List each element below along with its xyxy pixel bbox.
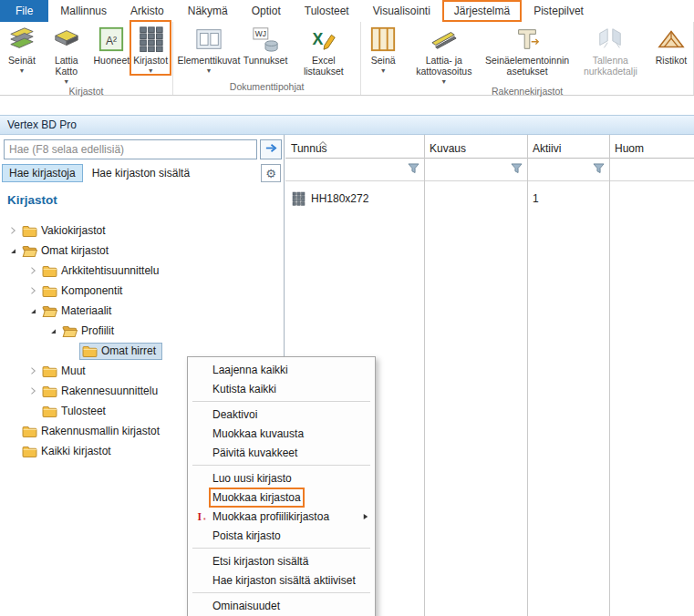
chevron-right-icon[interactable]	[26, 285, 40, 296]
rooms-icon: A²	[97, 25, 126, 54]
kirjastot-button[interactable]: Kirjastot▼	[131, 22, 170, 74]
huoneet-button[interactable]: A²Huoneet	[92, 22, 132, 67]
trusses-icon	[657, 25, 686, 54]
menu-item-luo-uusi-kirjasto[interactable]: Luo uusi kirjasto	[188, 468, 375, 488]
dropdown-arrow-icon: ▼	[19, 67, 26, 74]
folder-closed-icon	[42, 385, 57, 398]
walls-icon	[7, 25, 36, 54]
menu-item-poista-kirjasto[interactable]: Poista kirjasto	[188, 526, 375, 545]
elementtikuvat-button[interactable]: Elementtikuvat▼	[176, 22, 242, 74]
tree-item-arkkitehtisuunnittelu[interactable]: Arkkitehtisuunnittelu	[0, 261, 283, 281]
seinät-button[interactable]: Seinät▼	[3, 22, 41, 74]
dropdown-arrow-icon: ▼	[205, 67, 212, 74]
filter-cell-aktiivi[interactable]	[527, 159, 609, 180]
tab-hae-kirjastoja[interactable]: Hae kirjastoja	[2, 164, 83, 182]
column-header-kuvaus[interactable]: Kuvaus	[424, 135, 527, 158]
menu-item-hae-kirjaston-sisältä-aktiiviset[interactable]: Hae kirjaston sisältä aktiiviset	[188, 570, 375, 590]
lattia-ja-kattovasoitus-button[interactable]: Lattia- ja kattovasoitus▼	[402, 22, 485, 85]
menu-item-muokkaa-kuvausta[interactable]: Muokkaa kuvausta	[188, 424, 375, 443]
floor-ceiling-icon	[52, 25, 81, 54]
column-header-tunnus[interactable]: Tunnus	[285, 135, 424, 158]
search-input[interactable]	[4, 139, 257, 159]
tab-mallinnus[interactable]: Mallinnus	[48, 0, 119, 22]
labels-icon: WJ	[251, 25, 280, 54]
menu-item-deaktivoi[interactable]: Deaktivoi	[188, 405, 375, 424]
menu-item-muokkaa-kirjastoa[interactable]: Muokkaa kirjastoa	[188, 488, 375, 507]
menu-item-etsi-kirjaston-sisältä[interactable]: Etsi kirjaston sisältä	[188, 551, 375, 570]
filter-cell-huom[interactable]	[609, 159, 694, 180]
tab-järjestelmä[interactable]: Järjestelmä	[442, 0, 522, 22]
tree-item-profiilit[interactable]: Profiilit	[0, 321, 283, 341]
tab-hae-kirjaston-sisältä[interactable]: Hae kirjaston sisältä	[85, 164, 197, 182]
chevron-right-icon[interactable]	[26, 365, 40, 376]
tree-item-omat-kirjastot[interactable]: Omat kirjastot	[0, 241, 283, 261]
search-go-button[interactable]	[260, 139, 282, 159]
seinä-button[interactable]: Seinä▼	[364, 22, 402, 74]
menu-item-päivitä-kuvakkeet[interactable]: Päivitä kuvakkeet	[188, 443, 375, 462]
tab-pistepilvet[interactable]: Pistepilvet	[522, 0, 596, 22]
folder-open-icon	[22, 244, 37, 258]
seinäelementoinnin-asetukset-button[interactable]: Seinäelementoinnin asetukset	[485, 22, 568, 77]
filter-icon[interactable]	[408, 161, 420, 178]
folder-closed-icon	[42, 264, 57, 278]
tab-optiot[interactable]: Optiot	[240, 0, 293, 22]
tab-arkisto[interactable]: Arkisto	[119, 0, 176, 22]
svg-text:*: *	[203, 517, 206, 523]
ribbon-group-label-dokumenttipohjat: Dokumenttipohjat	[176, 80, 357, 95]
svg-text:I: I	[197, 511, 202, 523]
library-tab-list: Hae kirjastojaHae kirjaston sisältä	[2, 164, 197, 182]
panel-settings-icon	[513, 25, 542, 54]
folder-closed-icon	[42, 364, 57, 378]
column-divider	[424, 135, 425, 616]
tree-heading: Kirjastot	[7, 193, 57, 207]
menu-separator	[192, 548, 370, 549]
column-divider	[527, 135, 528, 616]
panel-title: Vertex BD Pro	[7, 118, 77, 131]
menu-item-laajenna-kaikki[interactable]: Laajenna kaikki	[188, 360, 375, 379]
column-header-aktiivi[interactable]: Aktiivi	[527, 135, 609, 158]
svg-text:X: X	[312, 30, 323, 48]
floor-joists-icon	[430, 25, 459, 54]
tab-näkymä[interactable]: Näkymä	[176, 0, 240, 22]
ristikot-button[interactable]: Ristikot	[652, 22, 690, 67]
dropdown-arrow-icon: ▼	[148, 67, 154, 74]
ribbon-group-label-rakennekirjastot: Rakennekirjastot	[364, 85, 690, 99]
tree-item-komponentit[interactable]: Komponentit	[0, 281, 283, 301]
libraries-icon	[136, 25, 165, 54]
column-header-huom[interactable]: Huom	[609, 135, 694, 158]
chevron-right-icon[interactable]	[5, 225, 20, 236]
panel-title-bar[interactable]: Vertex BD Pro	[0, 115, 694, 135]
tree-item-vakiokirjastot[interactable]: Vakiokirjastot	[0, 221, 283, 241]
tab-file[interactable]: File	[0, 0, 48, 22]
chevron-right-icon[interactable]	[26, 265, 40, 276]
chevron-down-icon[interactable]	[46, 325, 60, 336]
chevron-down-icon[interactable]	[5, 245, 20, 256]
chevron-right-icon[interactable]	[26, 385, 40, 396]
chevron-down-icon[interactable]	[26, 305, 40, 316]
tab-visualisointi[interactable]: Visualisointi	[361, 0, 442, 22]
tab-tulosteet[interactable]: Tulosteet	[293, 0, 361, 22]
ribbon-group-kirjastot: Seinät▼Lattia Katto▼A²HuoneetKirjastot▼K…	[0, 22, 173, 95]
filter-cell-tunnus[interactable]	[285, 159, 424, 180]
excel-listaukset-button[interactable]: XExcel listaukset	[289, 22, 357, 77]
save-corner-icon	[596, 25, 625, 54]
svg-text:WJ: WJ	[255, 29, 266, 38]
menu-item-muokkaa-profiilikirjastoa[interactable]: I*Muokkaa profiilikirjastoa	[188, 507, 375, 526]
column-divider	[609, 135, 610, 616]
dropdown-arrow-icon: ▼	[440, 78, 447, 85]
folder-closed-icon	[22, 425, 37, 438]
tree-item-materiaalit[interactable]: Materiaalit	[0, 301, 283, 321]
filter-icon[interactable]	[593, 161, 605, 178]
submenu-arrow-icon	[363, 513, 368, 520]
ribbon-group-label-kirjastot: Kirjastot	[3, 85, 170, 99]
gear-icon[interactable]: ⚙	[261, 164, 281, 182]
table-filter-row	[285, 159, 694, 181]
tunnukset-button[interactable]: WJTunnukset	[242, 22, 290, 67]
menu-item-ominaisuudet[interactable]: Ominaisuudet	[188, 596, 375, 615]
sort-ascending-icon	[318, 136, 327, 149]
table-row[interactable]: HH180x2721	[285, 185, 694, 212]
lattia-katto-button[interactable]: Lattia Katto▼	[41, 22, 92, 85]
filter-icon[interactable]	[511, 161, 523, 178]
filter-cell-kuvaus[interactable]	[424, 159, 527, 180]
menu-item-kutista-kaikki[interactable]: Kutista kaikki	[188, 379, 375, 398]
